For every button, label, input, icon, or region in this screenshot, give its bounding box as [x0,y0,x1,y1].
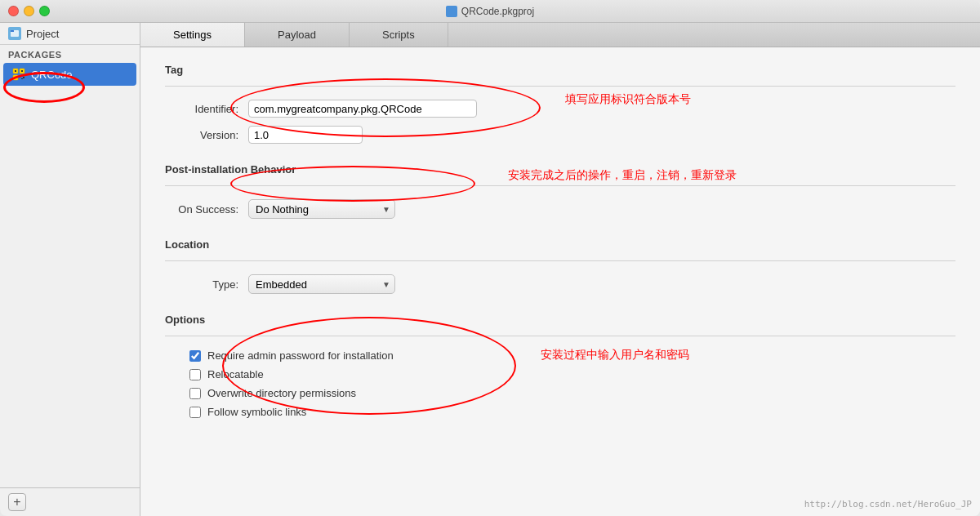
checkbox-overwrite-label: Overwrite directory permissions [207,387,356,399]
svg-rect-10 [20,77,20,78]
on-success-label: On Success: [165,203,238,216]
watermark: http://blog.csdn.net/HeroGuo_JP [804,499,972,509]
checkbox-symlinks-label: Follow symbolic links [207,406,306,418]
post-installation-section: Post-installation Behavior On Success: D… [165,163,956,219]
type-select[interactable]: Embedded Absolute Path Relative to Home [248,274,395,294]
tab-settings[interactable]: Settings [140,23,245,47]
minimize-button[interactable] [24,6,34,16]
tag-section-title: Tag [165,64,956,76]
options-section: Options Require admin password for insta… [165,314,956,418]
on-success-select[interactable]: Do Nothing Restart Log Out Shutdown [248,199,395,219]
version-row: Version: [165,126,956,144]
identifier-label: Identifier: [165,103,238,115]
sidebar-project-row[interactable]: Project [0,23,140,45]
options-divider [165,336,956,336]
sidebar-packages-header: PACKAGES [0,45,140,63]
svg-rect-11 [23,77,24,78]
tab-scripts[interactable]: Scripts [350,23,448,47]
options-annotation-circle [222,317,516,415]
sidebar-item-qrcode[interactable]: QRCode [3,63,136,86]
checkbox-admin-password[interactable] [189,350,201,362]
checkbox-relocatable[interactable] [189,369,201,380]
app-body: Project PACKAGES [0,23,980,516]
checkbox-row-overwrite: Overwrite directory permissions [189,387,956,399]
checkbox-overwrite[interactable] [189,388,201,399]
svg-rect-8 [20,75,20,76]
tab-bar: Settings Payload Scripts [140,23,980,47]
svg-rect-6 [21,70,23,72]
identifier-row: Identifier: [165,100,956,118]
options-section-title: Options [165,314,956,326]
close-button[interactable] [8,6,19,16]
type-select-wrapper: Embedded Absolute Path Relative to Home … [248,274,395,294]
titlebar: QRCode.pkgproj [0,0,980,23]
content-area: Settings Payload Scripts Tag Identifier:… [140,23,980,516]
svg-rect-9 [21,75,22,76]
settings-panel: Tag Identifier: Version: 填写应用标识符合版本号 Pos… [140,47,980,516]
sidebar-project-label: Project [26,28,59,40]
sidebar-item-qrcode-label: QRCode [31,69,73,81]
svg-rect-1 [11,30,14,32]
tag-annotation-text: 填写应用标识符合版本号 [565,92,691,107]
svg-rect-12 [21,78,23,79]
app-icon [446,6,457,17]
tag-divider [165,86,956,87]
location-section: Location Type: Embedded Absolute Path Re… [165,238,956,294]
sidebar: Project PACKAGES [0,23,140,516]
post-install-annotation-text: 安装完成之后的操作，重启，注销，重新登录 [508,168,737,183]
sidebar-bottom: + [0,487,140,516]
location-section-title: Location [165,238,956,251]
post-installation-divider [165,185,956,186]
type-label: Type: [165,278,238,291]
on-success-select-wrapper: Do Nothing Restart Log Out Shutdown ▼ [248,199,395,219]
checkbox-relocatable-label: Relocatable [207,368,264,380]
checkbox-symlinks[interactable] [189,407,201,418]
location-divider [165,260,956,261]
add-button[interactable]: + [8,493,26,511]
svg-rect-7 [15,77,16,78]
project-icon [8,27,21,40]
checkbox-admin-label: Require admin password for installation [207,349,394,362]
checkbox-row-relocatable: Relocatable [189,368,956,380]
version-input[interactable] [248,126,363,144]
options-annotation-text: 安装过程中输入用户名和密码 [541,348,689,363]
window-title: QRCode.pkgproj [446,6,534,17]
qrcode-icon [11,67,26,82]
type-row: Type: Embedded Absolute Path Relative to… [165,274,956,294]
on-success-row: On Success: Do Nothing Restart Log Out S… [165,199,956,219]
checkbox-row-symlinks: Follow symbolic links [189,406,956,418]
svg-rect-5 [15,70,16,72]
tab-payload[interactable]: Payload [245,23,350,47]
version-label: Version: [165,129,238,141]
maximize-button[interactable] [39,6,50,16]
tag-section: Tag Identifier: Version: 填写应用标识符合版本号 [165,64,956,144]
window-controls [8,6,50,16]
identifier-input[interactable] [248,100,477,118]
